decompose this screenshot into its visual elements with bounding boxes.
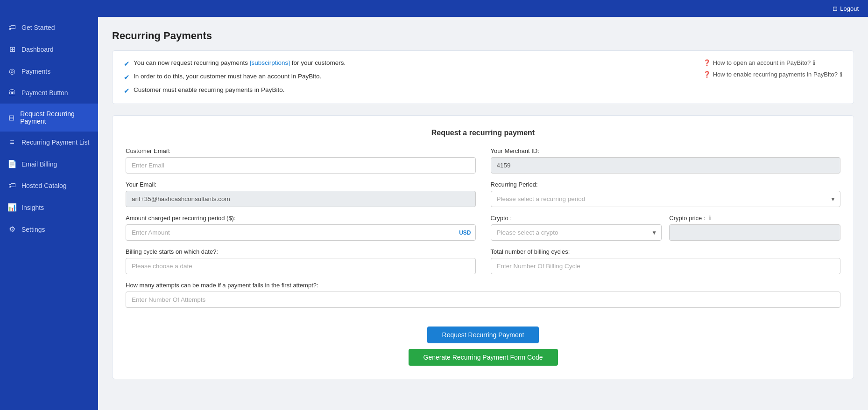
recurring-list-icon: ≡	[7, 138, 17, 146]
info-text-1: You can now request recurring payments […	[134, 59, 346, 66]
help-link-open-account[interactable]: ❓ How to open an account in PayBito? ℹ	[703, 59, 842, 66]
crypto-price-label: Crypto price : ℹ	[669, 215, 840, 222]
layout: 🏷 Get Started ⊞ Dashboard ◎ Payments 🏛 P…	[0, 17, 868, 410]
get-started-icon: 🏷	[7, 23, 17, 32]
request-recurring-payment-button[interactable]: Request Recurring Payment	[427, 327, 539, 343]
crypto-label: Crypto :	[491, 215, 662, 222]
sidebar-item-label: Request Recurring Payment	[20, 110, 91, 125]
topbar: ⊡ Logout	[0, 0, 868, 17]
amount-group: Amount charged per recurring period ($):…	[126, 215, 476, 241]
sidebar-item-email-billing[interactable]: 📄 Email Billing	[0, 153, 98, 175]
sidebar-item-label: Hosted Catalog	[21, 182, 67, 189]
sidebar-item-label: Recurring Payment List	[21, 139, 90, 146]
email-billing-icon: 📄	[7, 160, 17, 168]
check-icon-1: ✔	[124, 60, 130, 68]
amount-input[interactable]	[126, 224, 476, 241]
form-section-title: Request a recurring payment	[126, 129, 840, 137]
billing-cycle-date-group: Billing cycle starts on which date?:	[126, 248, 476, 274]
crypto-price-input	[669, 224, 840, 241]
customer-email-label: Customer Email:	[126, 147, 476, 154]
recurring-period-select-wrapper: Please select a recurring period ▼	[491, 191, 841, 207]
payments-icon: ◎	[7, 67, 17, 76]
sidebar-item-label: Payment Button	[21, 89, 68, 97]
payment-button-icon: 🏛	[7, 89, 17, 97]
crypto-row: Crypto : Please select a crypto ▼ Crypto…	[491, 215, 841, 241]
check-icon-3: ✔	[124, 87, 130, 95]
sidebar-item-payments[interactable]: ◎ Payments	[0, 60, 98, 82]
help-link-label-2: How to enable recurring payments in PayB…	[713, 71, 838, 78]
help-link-label-1: How to open an account in PayBito?	[713, 59, 811, 66]
help-link-enable-recurring[interactable]: ❓ How to enable recurring payments in Pa…	[703, 71, 842, 78]
recurring-period-group: Recurring Period: Please select a recurr…	[491, 181, 841, 207]
sidebar-item-label: Get Started	[21, 24, 55, 31]
info-line-2: ✔ In order to do this, your customer mus…	[124, 73, 685, 82]
page-title: Recurring Payments	[112, 30, 854, 42]
billing-cycle-date-label: Billing cycle starts on which date?:	[126, 248, 476, 255]
dashboard-icon: ⊞	[7, 45, 17, 54]
crypto-select-group: Crypto : Please select a crypto ▼	[491, 215, 662, 241]
merchant-id-group: Your Merchant ID:	[491, 147, 841, 174]
sidebar-item-insights[interactable]: 📊 Insights	[0, 196, 98, 218]
generate-form-code-button[interactable]: Generate Recurring Payment Form Code	[409, 349, 558, 366]
crypto-price-info-icon: ℹ	[709, 215, 711, 222]
sidebar-item-label: Payments	[21, 68, 50, 75]
amount-label: Amount charged per recurring period ($):	[126, 215, 476, 222]
your-email-group: Your Email:	[126, 181, 476, 207]
total-billing-cycles-input[interactable]	[491, 258, 841, 274]
logout-icon: ⊡	[833, 5, 838, 12]
info-box-right: ❓ How to open an account in PayBito? ℹ ❓…	[703, 59, 842, 95]
usd-label: USD	[459, 229, 471, 236]
main-content: Recurring Payments ✔ You can now request…	[98, 17, 868, 410]
request-recurring-icon: ⊟	[7, 113, 15, 122]
your-email-input	[126, 191, 476, 207]
total-billing-cycles-group: Total number of billing cycles:	[491, 248, 841, 274]
logout-label: Logout	[840, 5, 859, 12]
btn-row: Request Recurring Payment Generate Recur…	[126, 327, 840, 366]
sidebar-item-label: Dashboard	[21, 46, 54, 53]
sidebar-item-request-recurring[interactable]: ⊟ Request Recurring Payment	[0, 104, 98, 132]
your-email-label: Your Email:	[126, 181, 476, 188]
attempts-label: How many attempts can be made if a payme…	[126, 282, 840, 289]
total-billing-cycles-label: Total number of billing cycles:	[491, 248, 841, 255]
question-icon-2: ❓	[703, 71, 711, 78]
merchant-id-input	[491, 157, 841, 174]
crypto-select-wrapper: Please select a crypto ▼	[491, 224, 662, 241]
sidebar-item-get-started[interactable]: 🏷 Get Started	[0, 17, 98, 38]
billing-cycle-date-input[interactable]	[126, 258, 476, 274]
attempts-input[interactable]	[126, 292, 840, 308]
question-icon-1: ❓	[703, 59, 711, 66]
info-icon-1: ℹ	[813, 59, 815, 66]
sidebar-item-dashboard[interactable]: ⊞ Dashboard	[0, 38, 98, 60]
info-line-3: ✔ Customer must enable recurring payment…	[124, 86, 685, 95]
customer-email-input[interactable]	[126, 157, 476, 174]
logout-button[interactable]: ⊡ Logout	[833, 5, 859, 12]
crypto-select[interactable]: Please select a crypto	[491, 224, 662, 241]
sidebar-item-label: Email Billing	[21, 160, 57, 168]
sidebar-item-hosted-catalog[interactable]: 🏷 Hosted Catalog	[0, 175, 98, 196]
info-icon-2: ℹ	[840, 71, 842, 78]
info-text-3: Customer must enable recurring payments …	[134, 86, 284, 93]
info-box: ✔ You can now request recurring payments…	[112, 50, 854, 104]
merchant-id-label: Your Merchant ID:	[491, 147, 841, 154]
sidebar: 🏷 Get Started ⊞ Dashboard ◎ Payments 🏛 P…	[0, 17, 98, 410]
hosted-catalog-icon: 🏷	[7, 181, 17, 190]
info-line-1: ✔ You can now request recurring payments…	[124, 59, 685, 68]
settings-icon: ⚙	[7, 225, 17, 234]
form-grid: Customer Email: Your Merchant ID: Your E…	[126, 147, 840, 315]
form-section: Request a recurring payment Customer Ema…	[112, 115, 854, 379]
customer-email-group: Customer Email:	[126, 147, 476, 174]
sidebar-item-recurring-list[interactable]: ≡ Recurring Payment List	[0, 132, 98, 153]
crypto-price-group: Crypto price : ℹ	[669, 215, 840, 241]
sidebar-item-label: Insights	[21, 204, 44, 211]
recurring-period-select[interactable]: Please select a recurring period	[491, 191, 841, 207]
subscriptions-link[interactable]: [subscirptions]	[250, 59, 290, 66]
sidebar-item-payment-button[interactable]: 🏛 Payment Button	[0, 82, 98, 104]
crypto-group: Crypto : Please select a crypto ▼ Crypto…	[491, 215, 841, 241]
info-box-left: ✔ You can now request recurring payments…	[124, 59, 685, 95]
attempts-group: How many attempts can be made if a payme…	[126, 282, 840, 308]
check-icon-2: ✔	[124, 73, 130, 82]
crypto-price-wrapper	[669, 224, 840, 241]
sidebar-item-settings[interactable]: ⚙ Settings	[0, 218, 98, 240]
amount-wrapper: USD	[126, 224, 476, 241]
sidebar-item-label: Settings	[21, 226, 45, 233]
